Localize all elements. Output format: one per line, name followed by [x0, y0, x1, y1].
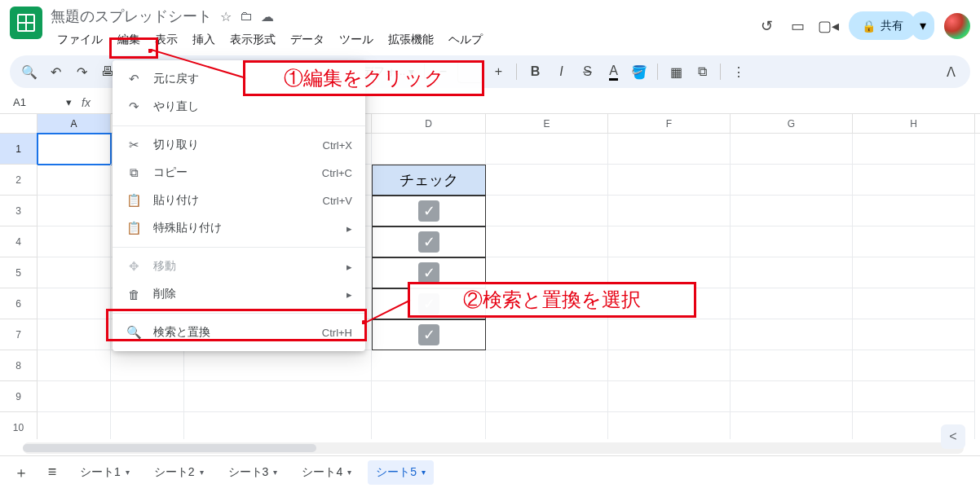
checkbox-checked-icon: ✓	[418, 231, 439, 253]
sheets-logo[interactable]	[10, 7, 42, 39]
select-all-corner[interactable]	[0, 114, 38, 133]
redo-icon[interactable]: ↷	[70, 60, 93, 83]
star-icon[interactable]: ☆	[220, 9, 232, 24]
text-color-icon[interactable]: A	[602, 60, 625, 83]
col-header-g[interactable]: G	[731, 114, 853, 133]
menu-help[interactable]: ヘルプ	[442, 29, 489, 51]
add-sheet-button[interactable]: ＋	[10, 461, 33, 484]
row-header[interactable]: 8	[0, 350, 38, 381]
italic-icon[interactable]: I	[550, 60, 572, 83]
history-icon[interactable]: ↺	[756, 15, 777, 37]
move-folder-icon[interactable]: 🗀	[240, 9, 253, 24]
row-header[interactable]: 3	[0, 196, 38, 226]
doc-title[interactable]: 無題のスプレッドシート	[51, 7, 212, 26]
sheet-tab-bar: ＋ ≡ シート1▾ シート2▾ シート3▾ シート4▾ シート5▾	[0, 455, 980, 488]
col-header-e[interactable]: E	[486, 114, 608, 133]
fx-icon: fx	[82, 96, 90, 109]
row-header[interactable]: 1	[0, 134, 38, 165]
explore-button[interactable]: <	[941, 424, 965, 449]
menu-extensions[interactable]: 拡張機能	[382, 29, 440, 51]
menu-tools[interactable]: ツール	[333, 29, 380, 51]
header-right: ↺ ▭ ▢◂ 🔒 共有 ▾	[756, 7, 970, 40]
lock-icon: 🔒	[862, 20, 876, 33]
edit-paste-special[interactable]: 📋特殊貼り付け▸	[113, 214, 365, 242]
comments-icon[interactable]: ▭	[787, 15, 808, 37]
sheet-tab-2[interactable]: シート2▾	[146, 460, 212, 485]
paste-icon: 📋	[126, 193, 142, 208]
copy-icon: ⧉	[126, 165, 142, 180]
fill-color-icon[interactable]: 🪣	[628, 60, 651, 83]
name-box-value: A1	[13, 96, 26, 108]
row-header[interactable]: 10	[0, 412, 38, 439]
row-header[interactable]: 2	[0, 165, 38, 196]
chevron-down-icon: ▾	[273, 468, 277, 477]
col-header-a[interactable]: A	[38, 114, 111, 133]
cell-d4-checkbox[interactable]: ✓	[372, 226, 486, 257]
cell-a1[interactable]	[38, 134, 111, 165]
cloud-status-icon[interactable]: ☁	[261, 9, 274, 24]
edit-cut[interactable]: ✂切り取りCtrl+X	[113, 131, 365, 159]
fontsize-plus[interactable]: +	[487, 60, 510, 83]
more-toolbar-icon[interactable]: ⋮	[727, 60, 750, 83]
edit-move: ✥移動▸	[113, 253, 365, 280]
all-sheets-button[interactable]: ≡	[41, 461, 64, 484]
edit-menu-dropdown: ↶元に戻す ↷やり直し ✂切り取りCtrl+X ⧉コピーCtrl+C 📋貼り付け…	[113, 60, 365, 351]
undo-icon[interactable]: ↶	[44, 60, 67, 83]
sheet-tab-4[interactable]: シート4▾	[294, 460, 360, 485]
sheet-tab-3[interactable]: シート3▾	[220, 460, 286, 485]
row-header[interactable]: 4	[0, 226, 38, 257]
menu-file[interactable]: ファイル	[51, 29, 109, 51]
share-label: 共有	[881, 19, 903, 33]
sheet-tab-1[interactable]: シート1▾	[72, 460, 138, 485]
horizontal-scrollbar[interactable]	[23, 442, 964, 454]
chevron-down-icon: ▾	[126, 468, 130, 477]
trash-icon: 🗑	[126, 288, 142, 301]
row-header[interactable]: 9	[0, 381, 38, 412]
col-header-d[interactable]: D	[372, 114, 486, 133]
menu-format[interactable]: 表示形式	[223, 29, 282, 51]
checkbox-checked-icon: ✓	[418, 324, 439, 345]
chevron-down-icon: ▾	[66, 96, 72, 108]
scrollbar-thumb[interactable]	[23, 444, 316, 452]
sheet-tab-5[interactable]: シート5▾	[368, 460, 434, 485]
borders-icon[interactable]: ▦	[664, 60, 687, 83]
undo-icon: ↶	[126, 72, 142, 86]
menu-insert[interactable]: 挿入	[186, 29, 222, 51]
col-header-f[interactable]: F	[608, 114, 731, 133]
cell-d2-header[interactable]: チェック	[372, 165, 486, 196]
annotation-edit-highlight	[109, 37, 158, 59]
annotation-findreplace-highlight	[106, 309, 367, 341]
move-icon: ✥	[126, 259, 142, 274]
row-header[interactable]: 6	[0, 288, 38, 319]
account-avatar[interactable]	[944, 13, 970, 39]
collapse-toolbar-icon[interactable]: ᐱ	[939, 60, 962, 83]
cell-d3-checkbox[interactable]: ✓	[372, 196, 486, 226]
edit-copy[interactable]: ⧉コピーCtrl+C	[113, 159, 365, 187]
name-box[interactable]: A1 ▾	[10, 95, 75, 110]
annotation-1-label: ①編集をクリック	[243, 60, 484, 96]
edit-paste[interactable]: 📋貼り付けCtrl+V	[113, 187, 365, 214]
chevron-down-icon: ▾	[200, 468, 204, 477]
bold-icon[interactable]: B	[523, 60, 546, 83]
share-button[interactable]: 🔒 共有	[849, 11, 916, 40]
share-caret[interactable]: ▾	[912, 11, 934, 40]
row-header[interactable]: 7	[0, 319, 38, 350]
paste-special-icon: 📋	[126, 221, 142, 235]
cut-icon: ✂	[126, 138, 142, 152]
checkbox-checked-icon: ✓	[418, 200, 439, 222]
menu-data[interactable]: データ	[284, 29, 331, 51]
annotation-2-label: ②検索と置換を選択	[408, 282, 696, 318]
meet-icon[interactable]: ▢◂	[818, 15, 839, 37]
search-menus-icon[interactable]: 🔍	[18, 60, 41, 83]
checkbox-checked-icon: ✓	[418, 262, 439, 284]
edit-delete[interactable]: 🗑削除▸	[113, 280, 365, 308]
strike-icon[interactable]: S	[576, 60, 598, 83]
cell-d7-checkbox[interactable]: ✓	[372, 319, 486, 350]
chevron-down-icon: ▾	[422, 468, 426, 477]
row-header[interactable]: 5	[0, 257, 38, 288]
edit-redo[interactable]: ↷やり直し	[113, 93, 365, 121]
merge-icon[interactable]: ⧉	[691, 60, 713, 83]
col-header-h[interactable]: H	[853, 114, 975, 133]
redo-icon: ↷	[126, 99, 142, 114]
chevron-down-icon: ▾	[347, 468, 351, 477]
